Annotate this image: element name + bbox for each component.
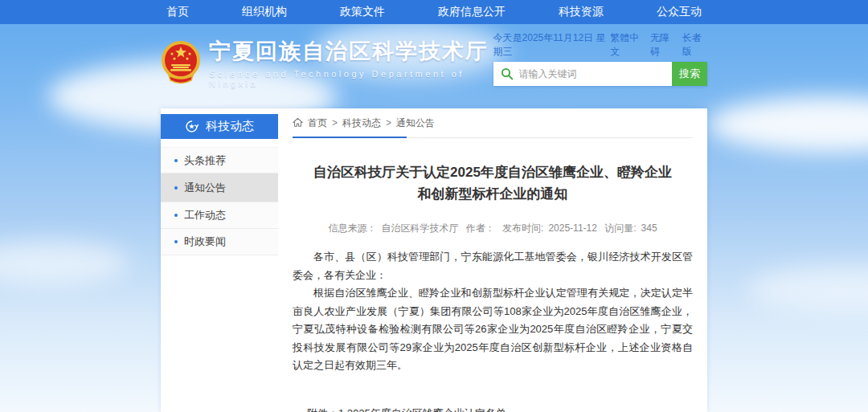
link-traditional-chinese[interactable]: 繁體中文	[610, 31, 644, 59]
attachments-list: 1.2025年度自治区雏鹰企业认定名单 2.2025年度自治区瞪羚企业认定名单 …	[338, 404, 538, 412]
nav-item-home[interactable]: 首页	[166, 5, 189, 19]
search-icon	[501, 67, 514, 80]
meta-author-label: 作者：	[466, 222, 495, 234]
meta-publish-date: 2025-11-12	[548, 222, 597, 234]
nav-item-tech-resources[interactable]: 科技资源	[559, 5, 604, 19]
article-paragraph: 各市、县（区）科技管理部门，宁东能源化工基地管委会，银川经济技术开发区管委会，各…	[293, 248, 693, 284]
search-bar: 搜索	[493, 62, 707, 86]
nav-item-public-interaction[interactable]: 公众互动	[657, 5, 702, 19]
breadcrumb: 首页 > 科技动态 > 通知公告	[293, 108, 693, 138]
cloud-decoration	[747, 265, 868, 313]
cloud-decoration	[0, 241, 129, 285]
sidebar: 科技动态 头条推荐 通知公告 工作动态 时政要闻	[161, 108, 278, 412]
site-subtitle: Science and Technology Department of Nin…	[209, 69, 493, 88]
link-accessibility[interactable]: 无障碍	[650, 31, 675, 59]
article-body: 各市、县（区）科技管理部门，宁东能源化工基地管委会，银川经济技术开发区管委会，各…	[293, 248, 693, 375]
breadcrumb-separator: >	[332, 117, 338, 128]
sidebar-item-label: 时政要闻	[184, 235, 226, 249]
header-right-panel: 今天是2025年11月12日 星期三 繁體中文 无障碍 长者版 搜索	[493, 37, 707, 88]
meta-source-value: 自治区科学技术厅	[381, 222, 458, 234]
article-title-line2: 和创新型标杆企业的通知	[293, 183, 693, 205]
meta-publish-label: 发布时间:	[502, 222, 543, 234]
content-panel: 科技动态 头条推荐 通知公告 工作动态 时政要闻	[161, 108, 707, 412]
search-input[interactable]	[493, 62, 672, 86]
site-header: 宁夏回族自治区科学技术厅 Science and Technology Depa…	[161, 37, 707, 88]
link-elder-version[interactable]: 长者版	[682, 31, 707, 59]
main-article-area: 首页 > 科技动态 > 通知公告 自治区科技厅关于认定2025年度自治区雏鹰企业…	[278, 108, 707, 412]
lang-links: 繁體中文 无障碍 长者版	[610, 31, 707, 59]
attachment-link-eagle-list[interactable]: 1.2025年度自治区雏鹰企业认定名单	[338, 404, 538, 412]
nav-item-policy-documents[interactable]: 政策文件	[340, 5, 385, 19]
sidebar-item-headline-recommend[interactable]: 头条推荐	[161, 147, 278, 173]
date-and-lang-row: 今天是2025年11月12日 星期三 繁體中文 无障碍 长者版	[493, 39, 707, 51]
bullet-dot-icon	[174, 186, 178, 190]
sidebar-item-political-news[interactable]: 时政要闻	[161, 229, 278, 255]
nav-items-group: 首页 组织机构 政策文件 政府信息公开 科技资源 公众互动	[166, 5, 702, 19]
home-icon	[293, 117, 303, 128]
attachments-label: 附件：	[307, 404, 338, 412]
nav-item-gov-info-disclosure[interactable]: 政府信息公开	[438, 5, 506, 19]
sidebar-item-label: 通知公告	[184, 181, 226, 195]
sidebar-header-tech-news: 科技动态	[161, 114, 278, 139]
brand-text: 宁夏回族自治区科学技术厅 Science and Technology Depa…	[209, 37, 493, 88]
top-navigation-bar: 首页 组织机构 政策文件 政府信息公开 科技资源 公众互动	[0, 0, 868, 24]
sidebar-item-notices[interactable]: 通知公告	[161, 173, 278, 202]
current-date-text: 今天是2025年11月12日 星期三	[493, 31, 611, 59]
site-title: 宁夏回族自治区科学技术厅	[209, 37, 493, 66]
sidebar-item-label: 工作动态	[184, 208, 226, 222]
search-button[interactable]: 搜索	[672, 62, 707, 86]
article-paragraph: 根据自治区雏鹰企业、瞪羚企业和创新型标杆企业认定管理有关规定，决定认定半亩良人农…	[293, 284, 693, 375]
breadcrumb-home[interactable]: 首页	[308, 116, 327, 130]
meta-views-value: 345	[641, 222, 657, 234]
sidebar-item-label: 头条推荐	[184, 153, 226, 168]
bullet-dot-icon	[174, 214, 178, 217]
article-title-line1: 自治区科技厅关于认定2025年度自治区雏鹰企业、瞪羚企业	[293, 161, 693, 183]
breadcrumb-notices[interactable]: 通知公告	[396, 116, 435, 130]
bullet-dot-icon	[174, 240, 178, 243]
sidebar-header-label: 科技动态	[206, 119, 254, 134]
search-box	[493, 62, 672, 86]
site-brand[interactable]: 宁夏回族自治区科学技术厅 Science and Technology Depa…	[161, 37, 493, 88]
breadcrumb-tech-news[interactable]: 科技动态	[342, 116, 381, 130]
cloud-decoration	[707, 96, 868, 153]
national-emblem-logo	[161, 40, 201, 85]
sidebar-item-work-updates[interactable]: 工作动态	[161, 202, 278, 229]
meta-source-label: 信息来源：	[328, 222, 376, 234]
breadcrumb-separator: >	[386, 117, 391, 128]
nav-item-organization[interactable]: 组织机构	[242, 5, 287, 19]
sidebar-menu: 头条推荐 通知公告 工作动态 时政要闻	[161, 147, 278, 255]
article-title: 自治区科技厅关于认定2025年度自治区雏鹰企业、瞪羚企业 和创新型标杆企业的通知	[293, 161, 693, 205]
meta-views-label: 访问量:	[604, 222, 636, 234]
bullet-dot-icon	[174, 159, 178, 162]
star-circle-icon	[185, 120, 199, 133]
attachments-block: 附件： 1.2025年度自治区雏鹰企业认定名单 2.2025年度自治区瞪羚企业认…	[293, 404, 693, 412]
article-meta: 信息来源：自治区科学技术厅 作者： 发布时间:2025-11-12 访问量:34…	[293, 222, 693, 235]
